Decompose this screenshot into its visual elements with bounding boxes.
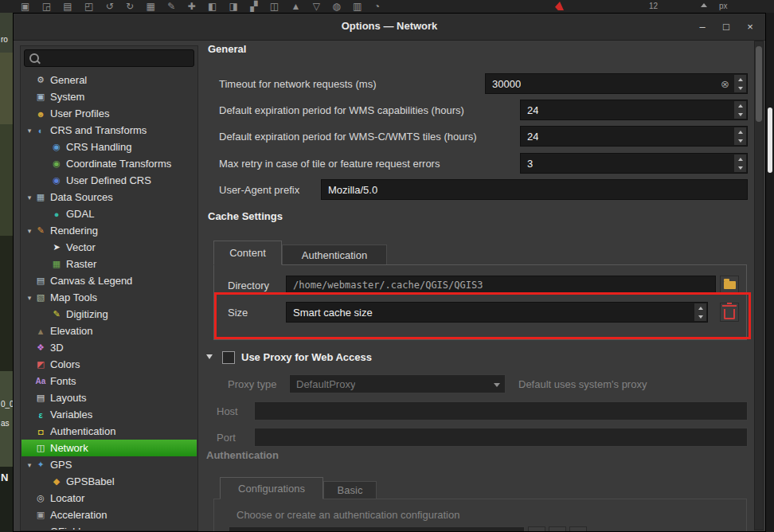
sidebar-item-user-defined-crs[interactable]: ◉User Defined CRS [22, 172, 197, 189]
collapse-arrow-icon[interactable]: ▾ [25, 127, 34, 135]
vector-icon: ➤ [50, 242, 63, 252]
right-edge-sliver [766, 13, 774, 532]
proxy-collapse-arrow-icon[interactable] [206, 354, 213, 359]
clear-cache-button[interactable] [720, 303, 739, 322]
wms-expiration-input[interactable]: 24 [520, 100, 748, 120]
mountain-icon: ▲ [34, 327, 47, 336]
spinner-buttons[interactable] [733, 127, 746, 145]
tab-basic: Basic [323, 481, 377, 499]
sidebar-item-coordinate-transforms[interactable]: ◉Coordinate Transforms [22, 155, 197, 172]
spinner-buttons[interactable] [733, 101, 746, 119]
sidebar-item-vector[interactable]: ➤Vector [22, 239, 197, 256]
sidebar-item-label: Map Tools [50, 291, 97, 303]
user-agent-input[interactable]: Mozilla/5.0 [321, 179, 748, 200]
sidebar-item-map-tools[interactable]: ▾▧Map Tools [22, 289, 197, 306]
sidebar-item-crs-and-transforms[interactable]: ▾◐CRS and Transforms [22, 122, 197, 139]
sidebar-item-raster[interactable]: ▦Raster [22, 256, 197, 272]
proxy-type-combobox: DefaultProxy [289, 374, 506, 393]
collapse-arrow-icon[interactable]: ▾ [25, 227, 34, 235]
dialog-titlebar[interactable]: Options — Network – □ × [14, 14, 765, 41]
sidebar-item-label: Digitizing [66, 308, 108, 320]
content-scrollbar[interactable] [754, 41, 764, 530]
sidebar-item-label: User Profiles [50, 108, 109, 119]
sidebar-item-locator[interactable]: ◎Locator [22, 490, 197, 507]
spinner-buttons[interactable] [733, 155, 746, 172]
folder-icon [724, 281, 736, 289]
sidebar-item-label: GPS [50, 459, 72, 471]
sidebar-item-label: User Defined CRS [66, 174, 151, 186]
sidebar-item-label: General [50, 74, 87, 86]
directory-input[interactable]: /home/webmaster/.cache/QGIS/QGIS3 [286, 276, 716, 295]
sidebar-item-canvas-legend[interactable]: ▤Canvas & Legend [22, 272, 197, 289]
port-input [254, 428, 748, 447]
toolbar-value: 12 [649, 2, 658, 10]
auth-hint: Choose or create an authentication confi… [236, 509, 459, 521]
gear-icon: ⚙ [34, 75, 47, 85]
system-icon: ▣ [34, 92, 47, 102]
options-dialog: Options — Network – □ × ⚙General ▣System… [13, 13, 766, 532]
sidebar-item-user-profiles[interactable]: ☻User Profiles [22, 105, 197, 122]
spinner-buttons[interactable] [694, 303, 706, 321]
sidebar-item-3d[interactable]: ❖3D [22, 339, 197, 356]
sidebar-item-layouts[interactable]: ▤Layouts [22, 389, 197, 406]
max-retry-input[interactable]: 3 [520, 153, 748, 174]
variables-icon: ε [34, 410, 47, 420]
size-combobox[interactable]: Smart cache size [286, 302, 708, 323]
sidebar-item-label: Canvas & Legend [50, 275, 132, 287]
browse-folder-button[interactable] [720, 276, 739, 295]
sidebar-item-fonts[interactable]: AaFonts [22, 373, 197, 389]
sidebar-item-gpsbabel[interactable]: ◆GPSBabel [22, 473, 197, 490]
host-input [254, 401, 748, 421]
maximize-button[interactable]: □ [714, 14, 738, 40]
tab-cache-authentication[interactable]: Authentication [282, 244, 387, 265]
close-button[interactable]: × [738, 14, 762, 40]
use-proxy-checkbox[interactable] [222, 351, 235, 364]
timeout-input[interactable]: 30000 ⊗ [485, 73, 748, 94]
gps-icon: ✦ [34, 460, 47, 470]
directory-value: /home/webmaster/.cache/QGIS/QGIS3 [287, 280, 483, 291]
sidebar-item-crs-handling[interactable]: ◉CRS Handling [22, 139, 197, 155]
palette-icon: ◩ [34, 359, 47, 370]
minimize-button[interactable]: – [690, 14, 714, 40]
sidebar-item-data-sources[interactable]: ▾▦Data Sources [22, 189, 197, 205]
sidebar-item-acceleration[interactable]: ▣Acceleration [22, 507, 197, 523]
sidebar-item-authentication[interactable]: ◘Authentication [22, 423, 197, 440]
clear-icon[interactable]: ⊗ [721, 78, 729, 90]
collapse-arrow-icon[interactable]: ▾ [25, 294, 34, 302]
sidebar-item-system[interactable]: ▣System [22, 88, 197, 105]
wmts-expiration-input[interactable]: 24 [520, 126, 748, 147]
sidebar-item-label: System [50, 91, 84, 103]
trash-icon [724, 309, 735, 319]
lock-icon: ◘ [34, 427, 47, 436]
collapse-arrow-icon[interactable]: ▾ [25, 461, 34, 469]
sidebar-item-colors[interactable]: ◩Colors [22, 356, 197, 373]
chevron-down-icon [494, 383, 500, 387]
fonts-icon: Aa [34, 377, 47, 385]
tab-cache-content[interactable]: Content [213, 241, 282, 265]
proxy-type-value: DefaultProxy [290, 378, 355, 390]
sidebar-item-network[interactable]: ◫Network [22, 440, 197, 456]
sidebar-item-qfield[interactable]: ●QField [22, 523, 197, 530]
collapse-arrow-icon[interactable]: ▾ [25, 194, 34, 201]
sidebar-search[interactable] [24, 49, 194, 67]
window-scrollbar-handle[interactable] [768, 108, 772, 173]
sidebar-item-gps[interactable]: ▾✦GPS [22, 456, 197, 473]
sidebar-item-gdal[interactable]: ●GDAL [22, 205, 197, 222]
sidebar-item-elevation[interactable]: ▲Elevation [22, 323, 197, 339]
proxy-note: Default uses system's proxy [518, 378, 647, 390]
sidebar-item-general[interactable]: ⚙General [22, 72, 197, 88]
spinner-buttons[interactable] [733, 75, 746, 92]
sidebar-item-label: Vector [66, 241, 96, 253]
sidebar-item-digitizing[interactable]: ✎Digitizing [22, 306, 197, 323]
search-input[interactable] [44, 52, 166, 65]
sidebar-item-label: Fonts [50, 375, 76, 387]
gdal-icon: ● [50, 209, 63, 219]
scrollbar-handle[interactable] [756, 46, 762, 122]
map-block [0, 236, 13, 371]
map-block [0, 124, 13, 236]
sidebar-item-rendering[interactable]: ▾✎Rendering [22, 222, 197, 239]
sidebar-item-variables[interactable]: εVariables [22, 406, 197, 423]
sidebar-item-label: Colors [50, 358, 80, 370]
sidebar-item-label: 3D [50, 342, 64, 354]
screen: ▣ ◲ ▤ ◰ ↺ ↻ ▦ ✎ ✚ ◧ ◨ ▞ ◫ ▲ ▽ ◍ ▥ ◔ 12 p… [0, 0, 774, 532]
